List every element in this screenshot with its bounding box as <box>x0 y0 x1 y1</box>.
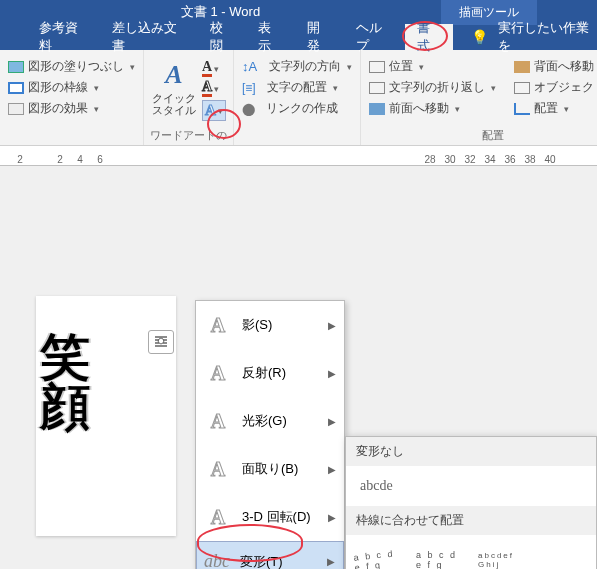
link-icon: ⬤ <box>242 102 255 116</box>
quick-styles-button[interactable]: A クイック スタイル <box>152 60 196 116</box>
wrap-icon <box>369 82 385 94</box>
create-link-button[interactable]: ⬤ リンクの作成 <box>242 98 352 119</box>
submenu-arrow-icon: ▶ <box>328 368 336 379</box>
submenu-arrow-icon: ▶ <box>328 464 336 475</box>
submenu-arrow-icon: ▶ <box>328 320 336 331</box>
menu-glow[interactable]: A 光彩(G) ▶ <box>196 397 344 445</box>
submenu-arrow-icon: ▶ <box>328 416 336 427</box>
shape-outline-button[interactable]: 図形の枠線▾ <box>8 77 135 98</box>
fill-icon <box>8 61 24 73</box>
bring-forward-button[interactable]: 前面へ移動▾ <box>369 98 496 119</box>
ribbon-tabs: 参考資料 差し込み文書 校閲 表示 開発 ヘルプ 書式 💡 実行したい作業を <box>0 24 597 50</box>
group-arrange: 位置▾ 文字列の折り返し▾ 前面へ移動▾ 背面へ移動 オブジ <box>361 50 597 145</box>
quick-styles-icon: A <box>165 60 182 90</box>
shape-fill-button[interactable]: 図形の塗りつぶし▾ <box>8 56 135 77</box>
rotation-icon: A <box>204 503 232 531</box>
forward-icon <box>369 103 385 115</box>
group-wordart-styles: A クイック スタイル A▾ A▾ A▾ ワードアートの <box>144 50 234 145</box>
gallery-follow-grid: a b c d e f g a b c d e f g abcdef Ghij … <box>346 535 596 569</box>
position-icon <box>369 61 385 73</box>
follow-path-1[interactable]: a b c d e f g <box>354 541 406 569</box>
text-align-button[interactable]: [≡] 文字の配置▾ <box>242 77 352 98</box>
follow-path-2[interactable]: a b c d e f g <box>416 541 468 569</box>
tab-mailings[interactable]: 差し込み文書 <box>100 24 198 50</box>
gallery-none-sample[interactable]: abcde <box>346 466 596 506</box>
text-direction-icon: ↕A <box>242 59 257 74</box>
text-align-icon: [≡] <box>242 81 256 95</box>
text-fill-button[interactable]: A▾ <box>202 60 226 77</box>
selection-icon <box>514 82 530 94</box>
menu-3d-rotation[interactable]: A 3-D 回転(D) ▶ <box>196 493 344 541</box>
group-text: ↕A 文字列の方向▾ [≡] 文字の配置▾ ⬤ リンクの作成 <box>234 50 361 145</box>
effects-icon <box>8 103 24 115</box>
outline-icon <box>8 82 24 94</box>
transform-gallery: 変形なし abcde 枠線に合わせて配置 a b c d e f g a b c… <box>345 436 597 569</box>
tab-format[interactable]: 書式 <box>405 24 454 50</box>
text-outline-icon: A <box>202 80 212 97</box>
follow-path-3[interactable]: abcdef Ghij <box>478 541 530 569</box>
align-icon <box>514 103 530 115</box>
tab-view[interactable]: 表示 <box>246 24 295 50</box>
menu-bevel[interactable]: A 面取り(B) ▶ <box>196 445 344 493</box>
group-shape-styles: 図形の塗りつぶし▾ 図形の枠線▾ 図形の効果▾ <box>0 50 144 145</box>
backward-icon <box>514 61 530 73</box>
ribbon: 図形の塗りつぶし▾ 図形の枠線▾ 図形の効果▾ A クイック スタイル A▾ A… <box>0 50 597 146</box>
text-outline-button[interactable]: A▾ <box>202 80 226 97</box>
shape-effects-button[interactable]: 図形の効果▾ <box>8 98 135 119</box>
transform-icon: abc <box>204 551 230 569</box>
menu-reflection[interactable]: A 反射(R) ▶ <box>196 349 344 397</box>
position-button[interactable]: 位置▾ <box>369 56 496 77</box>
text-fill-icon: A <box>202 60 212 77</box>
wrap-text-button[interactable]: 文字列の折り返し▾ <box>369 77 496 98</box>
submenu-arrow-icon: ▶ <box>328 512 336 523</box>
text-direction-button[interactable]: ↕A 文字列の方向▾ <box>242 56 352 77</box>
tab-developer[interactable]: 開発 <box>295 24 344 50</box>
menu-transform[interactable]: abc 変形(T) ▶ <box>196 541 344 569</box>
tab-references[interactable]: 参考資料 <box>27 24 100 50</box>
document-canvas: 笑 顔 A 影(S) ▶ A 反射(R) ▶ A 光彩(G) ▶ A 面取り(B… <box>0 166 597 569</box>
layout-options-button[interactable] <box>148 330 174 354</box>
layout-options-icon <box>153 334 169 350</box>
send-backward-button[interactable]: 背面へ移動 <box>514 56 597 77</box>
gallery-head-none: 変形なし <box>346 437 596 466</box>
align-button[interactable]: 配置▾ <box>514 98 597 119</box>
arrange-group-label: 配置 <box>369 128 597 143</box>
menu-shadow[interactable]: A 影(S) ▶ <box>196 301 344 349</box>
gallery-head-follow: 枠線に合わせて配置 <box>346 506 596 535</box>
text-effects-button[interactable]: A▾ <box>202 100 226 121</box>
wordart-group-label: ワードアートの <box>144 128 233 143</box>
selection-pane-button[interactable]: オブジェクトの <box>514 77 597 98</box>
wordart-object[interactable]: 笑 顔 <box>40 332 90 432</box>
tab-review[interactable]: 校閲 <box>198 24 247 50</box>
reflection-icon: A <box>204 359 232 387</box>
submenu-arrow-icon: ▶ <box>327 556 335 567</box>
shadow-icon: A <box>204 311 232 339</box>
text-effects-menu: A 影(S) ▶ A 反射(R) ▶ A 光彩(G) ▶ A 面取り(B) ▶ … <box>195 300 345 569</box>
text-effects-icon: A <box>205 102 216 119</box>
tab-help[interactable]: ヘルプ <box>344 24 405 50</box>
tell-me-icon[interactable]: 💡 <box>471 29 488 45</box>
bevel-icon: A <box>204 455 232 483</box>
glow-icon: A <box>204 407 232 435</box>
horizontal-ruler: 2 2 4 6 28 30 32 34 36 38 40 <box>0 146 597 166</box>
